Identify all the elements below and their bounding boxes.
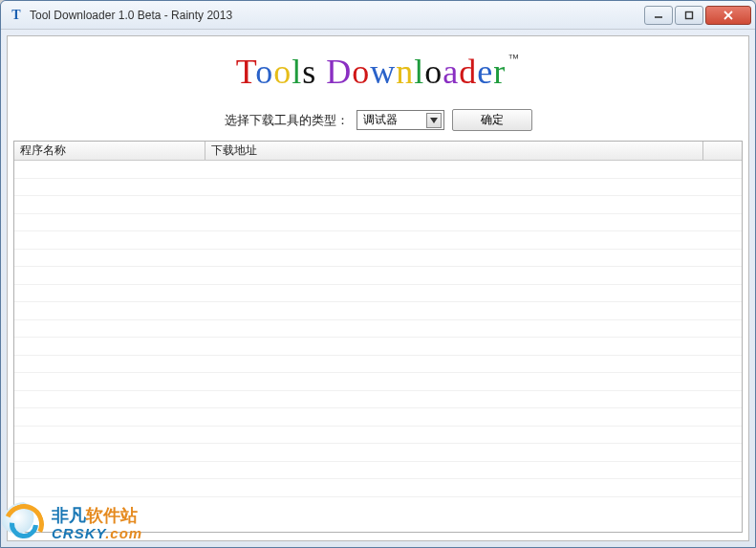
table-row — [14, 408, 742, 427]
confirm-button[interactable]: 确定 — [452, 109, 532, 131]
trademark-icon: ™ — [508, 52, 520, 65]
table-row — [14, 427, 742, 445]
type-select[interactable]: 调试器 — [356, 110, 444, 130]
table-row — [14, 320, 742, 339]
table-row — [14, 214, 742, 232]
table-row — [14, 479, 742, 497]
svg-marker-4 — [430, 118, 438, 123]
col-spacer — [703, 142, 742, 160]
table-row — [14, 285, 742, 303]
window-controls — [642, 6, 751, 25]
col-program-name[interactable]: 程序名称 — [14, 142, 205, 160]
table-row — [14, 267, 742, 285]
controls-row: 选择下载工具的类型： 调试器 确定 — [13, 109, 743, 141]
table-row — [14, 179, 742, 197]
col-download-url[interactable]: 下载地址 — [205, 142, 703, 160]
app-logo: Tools Downloader™ — [13, 42, 743, 109]
client-area: Tools Downloader™ 选择下载工具的类型： 调试器 确定 程序名称… — [7, 35, 749, 541]
table-row — [14, 373, 742, 391]
minimize-button[interactable] — [644, 6, 673, 25]
table-row — [14, 462, 742, 480]
close-button[interactable] — [705, 6, 751, 25]
table-row — [14, 338, 742, 356]
table-row — [14, 391, 742, 409]
table-row — [14, 356, 742, 374]
table-row — [14, 161, 742, 179]
table-row — [14, 231, 742, 250]
table-row — [14, 444, 742, 462]
window-title: Tool Downloader 1.0 Beta - Rainty 2013 — [30, 9, 642, 22]
app-icon: T — [9, 8, 24, 23]
table-body[interactable] — [14, 161, 742, 532]
results-table: 程序名称 下载地址 — [13, 141, 743, 533]
table-row — [14, 250, 742, 268]
app-window: T Tool Downloader 1.0 Beta - Rainty 2013… — [0, 0, 756, 548]
titlebar[interactable]: T Tool Downloader 1.0 Beta - Rainty 2013 — [1, 1, 755, 30]
maximize-button[interactable] — [675, 6, 703, 25]
dropdown-arrow-icon — [426, 113, 442, 128]
table-row — [14, 196, 742, 214]
type-select-value: 调试器 — [363, 112, 398, 128]
table-row — [14, 302, 742, 320]
table-header: 程序名称 下载地址 — [14, 142, 742, 161]
svg-rect-1 — [686, 11, 693, 18]
confirm-button-label: 确定 — [481, 112, 504, 128]
type-label: 选择下载工具的类型： — [225, 112, 349, 129]
